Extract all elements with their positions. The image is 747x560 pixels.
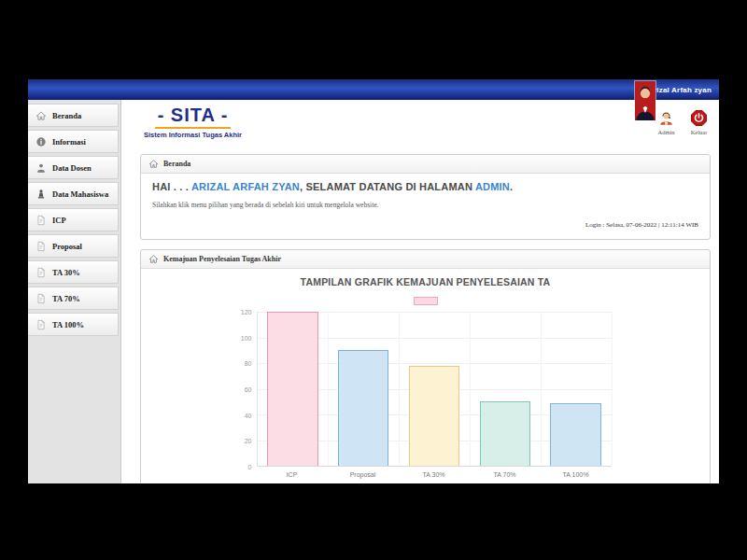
x-axis-tick-label: TA 30% [399,467,470,483]
sidebar-item-label: Proposal [52,242,82,251]
document-icon [35,241,47,252]
y-axis-tick-label: 40 [245,412,252,418]
sidebar-item-beranda[interactable]: Beranda [28,104,119,127]
chart-vertical-gridline [328,312,329,466]
user-actions: AdminKeluar [657,109,708,135]
admin-button[interactable]: Admin [657,109,675,135]
action-label: Keluar [690,129,708,135]
y-axis-tick-label: 80 [245,360,252,367]
welcome-username: ARIZAL ARFAH ZYAN [191,181,300,192]
chart-plot-area [257,312,612,467]
app-subtitle: Sistem Informasi Tugas Akhir [144,131,242,139]
sidebar-item-icp[interactable]: ICP [28,208,119,231]
document-icon [35,293,47,304]
sidebar-item-label: Informasi [52,137,86,147]
main-content: - SITA - Sistem Informasi Tugas Akhir Ad… [121,100,719,483]
progress-panel: Kemajuan Penyelesaian Tugas Akhir TAMPIL… [140,249,711,483]
sidebar-item-label: Data Dosen [52,163,92,173]
x-axis-tick-label: TA 70% [470,467,541,483]
login-timestamp: Login : Selasa, 07-06-2022 | 12:11:14 WI… [152,221,698,229]
sidebar-item-label: Data Mahasiswa [52,189,108,199]
admin-person-icon [657,109,675,127]
chart-legend-swatch[interactable] [414,297,438,305]
instruction-note: Silahkan klik menu pilihan yang berada d… [152,201,698,209]
y-axis-tick-label: 100 [241,334,252,341]
progress-panel-title: Kemajuan Penyelesaian Tugas Akhir [163,255,281,263]
chart-x-axis: ICPProposalTA 30%TA 70%TA 100% [257,467,612,483]
chart-vertical-gridline [612,312,613,466]
user-photo-avatar [635,81,655,120]
y-axis-tick-label: 0 [248,464,252,470]
logged-in-username: Arizal Arfah zyan [648,86,712,94]
action-label: Admin [657,129,675,135]
sidebar-item-proposal[interactable]: Proposal [28,234,119,258]
keluar-button[interactable]: Keluar [690,109,708,135]
sidebar-item-label: TA 70% [52,294,80,303]
beranda-panel-header: Beranda [141,155,710,174]
document-icon [35,319,47,330]
home-icon [148,254,159,264]
student-icon [35,189,47,200]
bar-chart: 020406080100120 ICPProposalTA 30%TA 70%T… [240,310,612,483]
x-axis-tick-label: Proposal [328,467,399,483]
info-icon [35,136,47,147]
sidebar-menu: BerandaInformasiData DosenData Mahasiswa… [28,100,121,483]
sidebar-item-data-mahasiswa[interactable]: Data Mahasiswa [28,182,119,205]
sidebar-item-label: TA 100% [52,320,84,329]
y-axis-tick-label: 120 [241,309,252,315]
app-title: - SITA - [155,105,232,129]
sidebar-item-label: Beranda [52,111,81,120]
chart-vertical-gridline [470,312,471,466]
bar-icp[interactable] [267,312,318,466]
home-icon [148,159,159,169]
power-icon [690,109,708,127]
app-logo: - SITA - Sistem Informasi Tugas Akhir [144,105,242,139]
home-icon [35,110,47,121]
bar-ta-30-[interactable] [409,366,460,466]
beranda-panel-title: Beranda [163,160,190,168]
document-icon [35,267,47,278]
chart-vertical-gridline [399,312,400,466]
y-axis-tick-label: 60 [245,386,252,393]
x-axis-tick-label: TA 100% [541,467,612,483]
document-icon [35,215,47,226]
user-icon [35,162,47,174]
sidebar-item-informasi[interactable]: Informasi [28,130,119,153]
sidebar-item-ta-100-[interactable]: TA 100% [28,313,119,336]
top-navbar: Arizal Arfah zyan [28,79,719,100]
sidebar-item-label: TA 30% [52,268,80,277]
sidebar-item-ta-30-[interactable]: TA 30% [28,260,119,284]
welcome-message: HAI . . . ARIZAL ARFAH ZYAN, SELAMAT DAT… [152,181,698,192]
progress-panel-header: Kemajuan Penyelesaian Tugas Akhir [141,250,710,269]
x-axis-tick-label: ICP [257,467,328,483]
sidebar-item-label: ICP [52,216,66,225]
welcome-role: ADMIN [475,181,510,192]
bar-proposal[interactable] [338,350,389,466]
beranda-panel: Beranda HAI . . . ARIZAL ARFAH ZYAN, SEL… [140,154,711,240]
app-window: Arizal Arfah zyan BerandaInformasiData D… [28,79,719,483]
bar-ta-100-[interactable] [550,403,601,466]
bar-ta-70-[interactable] [480,401,531,466]
y-axis-tick-label: 20 [245,438,252,444]
chart-title: TAMPILAN GRAFIK KEMAJUAN PENYELESAIAN TA [141,276,710,287]
sidebar-item-ta-70-[interactable]: TA 70% [28,287,119,310]
sidebar-item-data-dosen[interactable]: Data Dosen [28,156,119,179]
chart-y-axis: 020406080100120 [240,312,254,467]
chart-vertical-gridline [541,312,542,466]
